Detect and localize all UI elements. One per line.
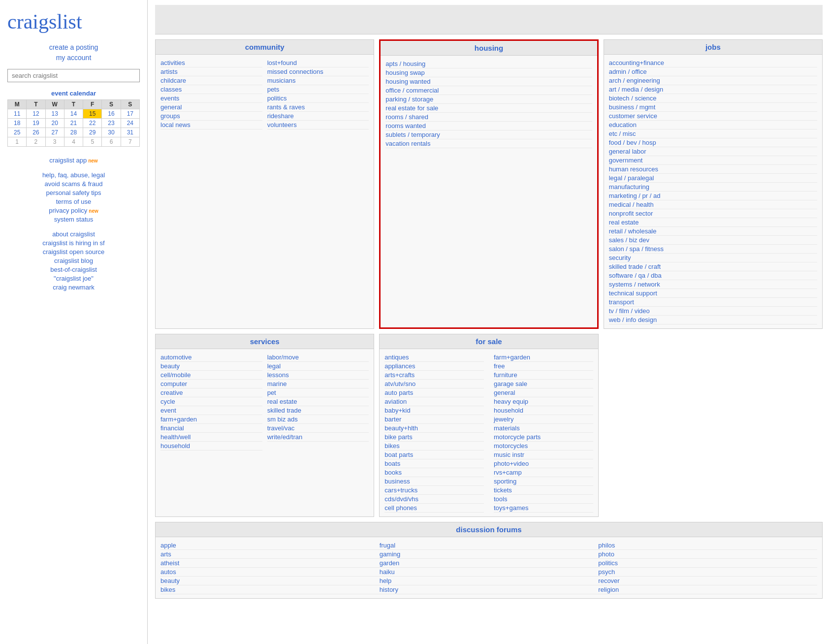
calendar-day[interactable]: 29 [83,128,102,137]
jobs-link[interactable]: etc / misc [609,129,817,138]
jobs-link[interactable]: systems / network [609,280,817,289]
calendar-day[interactable]: 13 [45,109,64,119]
jobs-link[interactable]: web / info design [609,316,817,324]
services-link[interactable]: travel/vac [267,424,369,433]
calendar-day[interactable]: 19 [27,119,45,128]
services-link[interactable]: real estate [267,397,369,406]
calendar-day[interactable]: 30 [102,128,121,137]
community-link[interactable]: pets [267,85,369,94]
forsale-link[interactable]: photo+video [494,459,593,468]
housing-link[interactable]: rooms wanted [385,122,592,130]
community-link[interactable]: rants & raves [267,103,369,112]
sidebar-misc-link[interactable]: system status [7,216,140,223]
sidebar-misc-link[interactable]: terms of use [7,198,140,205]
forum-link[interactable]: garden [380,559,599,568]
forsale-link[interactable]: free [494,362,593,371]
forsale-link[interactable]: beauty+hlth [384,424,484,433]
services-link[interactable]: farm+garden [160,415,262,424]
jobs-link[interactable]: nonprofit sector [609,209,817,218]
calendar-day[interactable]: 17 [121,109,139,119]
forsale-link[interactable]: music instr [494,451,593,459]
community-link[interactable]: events [160,94,262,103]
housing-link[interactable]: parking / storage [385,95,592,104]
calendar-day[interactable]: 22 [83,119,102,128]
community-link[interactable]: activities [160,59,262,67]
forum-link[interactable]: autos [160,568,380,577]
forsale-link[interactable]: tools [494,495,593,504]
calendar-day[interactable]: 11 [8,109,27,119]
community-link[interactable]: lost+found [267,59,369,67]
sidebar-about-link[interactable]: craigslist open source [7,248,140,256]
calendar-day[interactable]: 26 [27,128,45,137]
jobs-link[interactable]: manufacturing [609,183,817,192]
sidebar-about-link[interactable]: craigslist blog [7,257,140,264]
community-link[interactable]: childcare [160,76,262,85]
jobs-link[interactable]: art / media / design [609,85,817,94]
services-link[interactable]: financial [160,424,262,433]
calendar-day[interactable]: 15 [83,109,102,119]
jobs-link[interactable]: skilled trade / craft [609,262,817,271]
forsale-link[interactable]: toys+games [494,504,593,513]
calendar-day[interactable]: 24 [121,119,139,128]
sidebar-about-link[interactable]: craigslist is hiring in sf [7,239,140,247]
services-link[interactable]: cycle [160,397,262,406]
jobs-link[interactable]: software / qa / dba [609,271,817,280]
forsale-link[interactable]: bikes [384,442,484,451]
forum-link[interactable]: history [380,585,599,594]
community-link[interactable]: missed connections [267,67,369,76]
community-link[interactable]: volunteers [267,121,369,129]
community-link[interactable]: groups [160,112,262,121]
my-account-link[interactable]: my account [7,54,140,62]
calendar-day[interactable]: 25 [8,128,27,137]
forum-link[interactable]: politics [598,559,817,568]
calendar-day[interactable]: 20 [45,119,64,128]
services-link[interactable]: event [160,406,262,415]
forsale-link[interactable]: bike parts [384,433,484,442]
forsale-link[interactable]: arts+crafts [384,371,484,380]
forum-link[interactable]: gaming [380,550,599,559]
calendar-day[interactable]: 3 [45,137,64,147]
calendar-day[interactable]: 14 [64,109,83,119]
services-link[interactable]: lessons [267,371,369,380]
services-link[interactable]: cell/mobile [160,371,262,380]
services-link[interactable]: health/well [160,433,262,442]
calendar-day[interactable]: 31 [121,128,139,137]
jobs-link[interactable]: sales / biz dev [609,236,817,245]
forum-link[interactable]: photo [598,550,817,559]
calendar-day[interactable]: 16 [102,109,121,119]
calendar-day[interactable]: 28 [64,128,83,137]
community-link[interactable]: local news [160,121,262,129]
jobs-link[interactable]: food / bev / hosp [609,138,817,147]
forum-link[interactable]: bikes [160,585,380,594]
jobs-link[interactable]: technical support [609,289,817,298]
forsale-link[interactable]: boat parts [384,451,484,459]
forsale-link[interactable]: barter [384,415,484,424]
calendar-day[interactable]: 2 [27,137,45,147]
sidebar-misc-link[interactable]: help, faq, abuse, legal [7,171,140,179]
forum-link[interactable]: apple [160,541,380,550]
jobs-link[interactable]: marketing / pr / ad [609,192,817,200]
sidebar-about-link[interactable]: best-of-craigslist [7,266,140,273]
forsale-link[interactable]: tickets [494,486,593,495]
calendar-day[interactable]: 7 [121,137,139,147]
sidebar-misc-link[interactable]: privacy policynew [7,207,140,214]
forsale-link[interactable]: cars+trucks [384,486,484,495]
jobs-link[interactable]: real estate [609,218,817,227]
forsale-link[interactable]: heavy equip [494,397,593,406]
jobs-link[interactable]: customer service [609,112,817,121]
community-link[interactable]: general [160,103,262,112]
services-link[interactable]: legal [267,362,369,371]
jobs-link[interactable]: salon / spa / fitness [609,245,817,254]
jobs-link[interactable]: education [609,121,817,129]
sidebar-about-link[interactable]: "craigslist joe" [7,275,140,282]
housing-link[interactable]: office / commercial [385,86,592,95]
services-link[interactable]: write/ed/tran [267,433,369,442]
jobs-link[interactable]: government [609,156,817,165]
forsale-link[interactable]: rvs+camp [494,468,593,477]
forum-link[interactable]: psych [598,568,817,577]
jobs-link[interactable]: transport [609,298,817,307]
housing-link[interactable]: housing swap [385,68,592,77]
community-link[interactable]: musicians [267,76,369,85]
forsale-link[interactable]: jewelry [494,415,593,424]
community-link[interactable]: classes [160,85,262,94]
